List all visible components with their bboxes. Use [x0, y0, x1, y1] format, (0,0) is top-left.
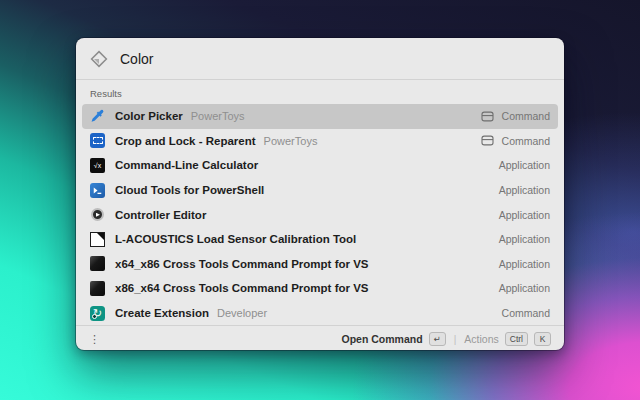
status-actions: Open Command ↵ | Actions Ctrl K [342, 332, 552, 346]
command-type-icon [481, 111, 494, 122]
enter-key-badge: ↵ [429, 332, 446, 346]
k-key-badge: K [534, 332, 551, 346]
result-title: Create Extension [115, 307, 209, 319]
result-title: Color Picker [115, 110, 183, 122]
result-row[interactable]: L-ACOUSTICS Load Sensor Calibration Tool… [82, 227, 558, 252]
search-bar[interactable]: Color [76, 38, 564, 80]
command-palette-logo-icon [90, 50, 108, 68]
result-type: Application [499, 282, 550, 294]
more-options-icon[interactable]: ⋮ [89, 333, 99, 346]
result-type-label: Command [502, 135, 550, 147]
controller-icon [90, 207, 105, 222]
console-icon [90, 281, 105, 296]
create-extension-icon: ↻ [90, 306, 105, 321]
result-subtitle: PowerToys [264, 135, 318, 147]
result-row[interactable]: x64_x86 Cross Tools Command Prompt for V… [82, 252, 558, 277]
result-type-label: Command [502, 307, 550, 319]
result-subtitle: Developer [217, 307, 267, 319]
desktop-background: Color Results Color Picker PowerToys Com… [0, 0, 640, 400]
results-list: Color Picker PowerToys Command Crop and … [76, 104, 564, 325]
console-icon [90, 256, 105, 271]
status-divider: | [452, 334, 459, 345]
result-title: L-ACOUSTICS Load Sensor Calibration Tool [115, 233, 356, 245]
status-bar: ⋮ Open Command ↵ | Actions Ctrl K [76, 325, 564, 352]
result-type: Command [481, 110, 550, 122]
powershell-icon [90, 183, 105, 198]
ctrl-key-badge: Ctrl [505, 332, 528, 346]
color-picker-icon [90, 109, 105, 124]
result-type-label: Application [499, 184, 550, 196]
result-title: x64_x86 Cross Tools Command Prompt for V… [115, 258, 369, 270]
result-title: Cloud Tools for PowerShell [115, 184, 264, 196]
result-row[interactable]: Cloud Tools for PowerShell Application [82, 178, 558, 203]
result-type: Application [499, 258, 550, 270]
result-subtitle: PowerToys [191, 110, 245, 122]
result-row[interactable]: √x Command-Line Calculator Application [82, 153, 558, 178]
result-row[interactable]: Crop and Lock - Reparent PowerToys Comma… [82, 129, 558, 154]
result-type-label: Application [499, 209, 550, 221]
calculator-icon: √x [90, 158, 105, 173]
result-type: Application [499, 159, 550, 171]
crop-lock-icon [90, 133, 105, 148]
result-type: Application [499, 209, 550, 221]
result-type: Command [481, 135, 550, 147]
result-type-label: Application [499, 233, 550, 245]
open-command-button[interactable]: Open Command [342, 333, 423, 345]
result-type-label: Application [499, 282, 550, 294]
search-input[interactable]: Color [120, 51, 153, 67]
document-icon [90, 232, 105, 247]
result-type: Application [499, 233, 550, 245]
result-type: Command [502, 307, 550, 319]
actions-button[interactable]: Actions [464, 333, 498, 345]
result-title: Crop and Lock - Reparent [115, 135, 256, 147]
result-type-label: Command [502, 110, 550, 122]
result-row[interactable]: x86_x64 Cross Tools Command Prompt for V… [82, 276, 558, 301]
result-row[interactable]: Color Picker PowerToys Command [82, 104, 558, 129]
results-section-label: Results [76, 80, 564, 104]
result-title: x86_x64 Cross Tools Command Prompt for V… [115, 282, 369, 294]
result-type: Application [499, 184, 550, 196]
result-row[interactable]: Controller Editor Application [82, 202, 558, 227]
result-type-label: Application [499, 159, 550, 171]
result-row[interactable]: ↻ Create Extension Developer Command [82, 301, 558, 326]
command-type-icon [481, 135, 494, 146]
command-palette-window: Color Results Color Picker PowerToys Com… [76, 38, 564, 350]
result-type-label: Application [499, 258, 550, 270]
result-title: Command-Line Calculator [115, 159, 258, 171]
result-title: Controller Editor [115, 209, 206, 221]
